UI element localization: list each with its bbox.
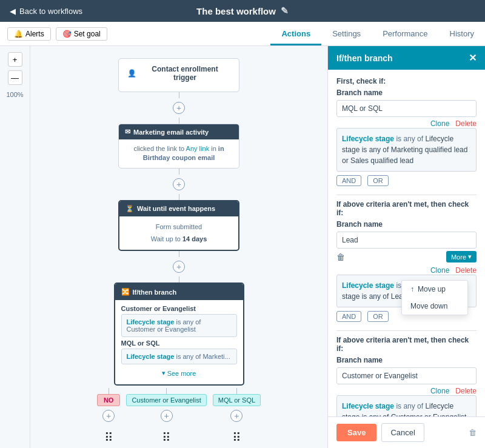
drag-handle-cust: ⠿ xyxy=(162,430,171,445)
connector-line xyxy=(179,276,179,283)
action-node: ✉ Marketing email activity clicked the l… xyxy=(118,124,239,169)
see-more-button[interactable]: ▾ See more xyxy=(121,367,237,379)
first-check-section: First, check if: Branch name Clone Delet… xyxy=(336,77,477,186)
add-step-button-1[interactable]: + xyxy=(173,102,185,114)
branch-header: 🔀 If/then branch xyxy=(115,284,243,300)
branch2-dropdown-menu: ↑ Move up Move down xyxy=(401,280,468,315)
navbar: 🔔 Alerts 🎯 Set goal Actions Settings Per… xyxy=(0,22,485,46)
branch-col-no: NO + ⠿ xyxy=(97,388,121,445)
footer-trash-icon[interactable]: 🗑 xyxy=(469,428,477,437)
branch3-clone-link[interactable]: Clone xyxy=(430,387,449,395)
back-to-workflows-link[interactable]: ◀ Back to workflows xyxy=(10,7,82,16)
branch3-name-label: Branch name xyxy=(336,356,477,364)
drag-handle-no: ⠿ xyxy=(104,430,113,445)
branch1-or-button[interactable]: OR xyxy=(367,175,389,186)
connector-line xyxy=(179,194,179,200)
move-down-item[interactable]: Move down xyxy=(402,298,467,315)
add-step-cust[interactable]: + xyxy=(161,410,173,422)
chevron-down-icon: ▾ xyxy=(162,369,166,377)
branch1-name-input[interactable] xyxy=(336,100,477,117)
first-check-label: First, check if: xyxy=(336,77,477,85)
branch1-criteria: Lifecycle stage is any of Lifecycle stag… xyxy=(336,128,477,172)
tab-performance[interactable]: Performance xyxy=(372,23,438,45)
move-up-icon: ↑ xyxy=(410,285,414,293)
bell-icon: 🔔 xyxy=(14,30,23,38)
branch3-criteria: Lifecycle stage is any of Lifecycle stag… xyxy=(336,395,477,416)
branch2-or-button[interactable]: OR xyxy=(367,311,389,322)
connector-line xyxy=(166,388,167,394)
goal-icon: 🎯 xyxy=(62,30,72,38)
tab-settings[interactable]: Settings xyxy=(321,23,372,45)
wait-header: ⏳ Wait until event happens xyxy=(119,201,238,216)
branch-node: 🔀 If/then branch Customer or Evangelist … xyxy=(114,283,244,386)
nav-tabs: Actions Settings Performance History xyxy=(270,23,485,45)
wait-body: Form submitted Wait up to 14 days xyxy=(119,216,238,250)
connector-line xyxy=(179,251,179,257)
branch-body: Customer or Evangelist Lifecycle stage i… xyxy=(115,300,243,384)
tab-actions[interactable]: Actions xyxy=(270,23,321,45)
connector-line xyxy=(109,388,109,394)
branch2-actions: Clone Delete xyxy=(336,266,477,275)
branch3-delete-link[interactable]: Delete xyxy=(455,387,477,395)
action-header: ✉ Marketing email activity xyxy=(119,124,239,139)
workflow-name: The best workflow xyxy=(196,6,276,16)
drag-handle-mql: ⠿ xyxy=(232,430,241,445)
connector-line xyxy=(179,169,179,175)
trigger-header: 👤 Contact enrollment trigger xyxy=(127,65,230,82)
branch3-section: If above criteria aren't met, then check… xyxy=(336,336,477,416)
add-step-button-3[interactable]: + xyxy=(173,261,185,273)
set-goal-button[interactable]: 🎯 Set goal xyxy=(56,27,107,41)
panel-footer: Save Cancel 🗑 xyxy=(328,416,485,448)
chevron-icon: ▾ xyxy=(468,253,472,261)
branch2-ctrl-row: 🗑 More ▾ ↑ Move up Move down xyxy=(336,251,477,262)
add-step-button-2[interactable]: + xyxy=(173,178,185,190)
branch2-trash-icon[interactable]: 🗑 xyxy=(336,252,345,262)
main-area: + — 100% 👤 Contact enrollment trigger + … xyxy=(0,46,485,448)
divider xyxy=(336,195,477,195)
branch-col-mql: MQL or SQL + ⠿ xyxy=(213,388,261,445)
wait-icon: ⏳ xyxy=(125,205,134,213)
branch-label-cust: Customer or Evangelist xyxy=(126,394,206,406)
zoom-out-button[interactable]: — xyxy=(8,70,22,85)
panel-close-button[interactable]: ✕ xyxy=(469,52,477,64)
branch-label-no: NO xyxy=(97,394,121,406)
action-body: clicked the link to Any link in in Birth… xyxy=(126,144,232,163)
tab-history[interactable]: History xyxy=(439,23,485,45)
trigger-node: 👤 Contact enrollment trigger xyxy=(118,58,239,92)
edit-title-icon[interactable]: ✎ xyxy=(281,5,289,16)
branch2-clone-link[interactable]: Clone xyxy=(430,266,449,275)
branch3-name-input[interactable] xyxy=(336,367,477,384)
branch2-name-input[interactable] xyxy=(336,232,477,249)
workflow-canvas: 👤 Contact enrollment trigger + ✉ Marketi… xyxy=(30,46,327,448)
alerts-button[interactable]: 🔔 Alerts xyxy=(7,27,51,41)
back-arrow-icon: ◀ xyxy=(10,7,16,16)
panel-title: If/then branch xyxy=(336,53,393,63)
zoom-in-button[interactable]: + xyxy=(8,52,22,67)
branch-criteria-2: Lifecycle stage is any of Marketi... xyxy=(121,349,237,364)
branch1-clone-link[interactable]: Clone xyxy=(430,119,449,128)
branch1-logic-buttons: AND OR xyxy=(336,175,477,186)
branch2-header-label: If above criteria aren't met, then check… xyxy=(336,200,477,217)
branch1-actions: Clone Delete xyxy=(336,119,477,128)
branch2-more-button[interactable]: More ▾ xyxy=(446,251,477,262)
save-button[interactable]: Save xyxy=(336,424,376,441)
move-up-item[interactable]: ↑ Move up xyxy=(402,281,467,298)
branch2-delete-link[interactable]: Delete xyxy=(455,266,477,275)
branch2-name-label: Branch name xyxy=(336,220,477,229)
branch2-and-button[interactable]: AND xyxy=(336,311,361,322)
panel-header: If/then branch ✕ xyxy=(328,46,485,70)
email-icon: ✉ xyxy=(125,128,130,136)
zoom-level: 100% xyxy=(6,91,23,98)
add-step-mql[interactable]: + xyxy=(230,410,242,422)
cancel-button[interactable]: Cancel xyxy=(381,423,424,442)
branch1-delete-link[interactable]: Delete xyxy=(455,119,477,128)
branch1-and-button[interactable]: AND xyxy=(336,175,361,186)
branch-labels-row: NO + ⠿ Customer or Evangelist + ⠿ MQL or… xyxy=(97,388,261,445)
user-icon: 👤 xyxy=(127,69,136,78)
branch2-section: If above criteria aren't met, then check… xyxy=(336,200,477,322)
left-sidebar: + — 100% xyxy=(0,46,30,448)
branch-criteria-1: Lifecycle stage is any of Customer or Ev… xyxy=(121,314,237,337)
workflow-title: The best workflow ✎ xyxy=(196,5,289,16)
add-step-no[interactable]: + xyxy=(102,410,115,422)
branch-col-cust: Customer or Evangelist + ⠿ xyxy=(126,388,206,445)
